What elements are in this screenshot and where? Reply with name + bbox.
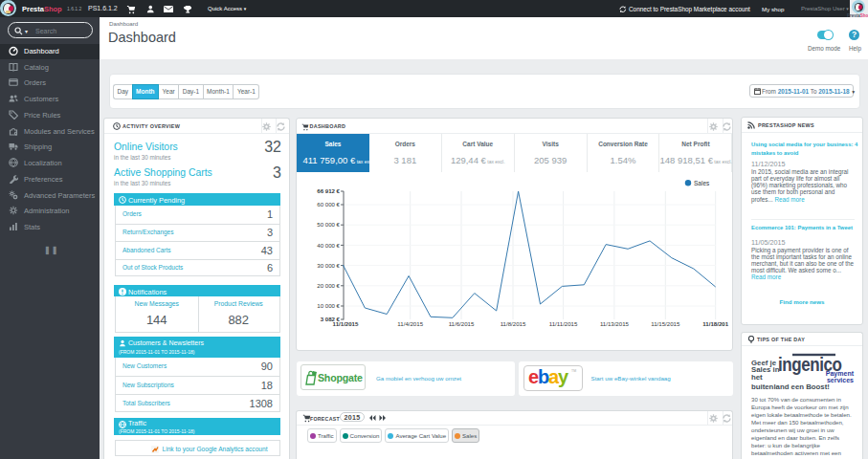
svg-text:50 000 €: 50 000 € bbox=[317, 221, 340, 228]
svg-text:10 000 €: 10 000 € bbox=[317, 302, 340, 309]
svg-text:11/4/2015: 11/4/2015 bbox=[397, 320, 423, 327]
svg-text:11/8/2015: 11/8/2015 bbox=[501, 320, 526, 327]
svg-text:66 912 €: 66 912 € bbox=[317, 187, 340, 194]
svg-text:40 000 €: 40 000 € bbox=[317, 242, 340, 249]
svg-text:11/1/2015: 11/1/2015 bbox=[333, 320, 359, 327]
svg-text:60 000 €: 60 000 € bbox=[317, 201, 340, 208]
svg-text:11/11/2015: 11/11/2015 bbox=[549, 320, 578, 327]
svg-text:20 000 €: 20 000 € bbox=[317, 282, 340, 289]
svg-text:Sales: Sales bbox=[694, 180, 710, 186]
svg-text:11/6/2015: 11/6/2015 bbox=[449, 320, 475, 327]
svg-text:11/15/2015: 11/15/2015 bbox=[651, 320, 680, 327]
svg-text:services: services bbox=[827, 377, 854, 383]
svg-text:30 000 €: 30 000 € bbox=[317, 262, 340, 269]
svg-text:11/13/2015: 11/13/2015 bbox=[600, 320, 630, 327]
svg-text:11/18/201: 11/18/201 bbox=[702, 320, 728, 327]
